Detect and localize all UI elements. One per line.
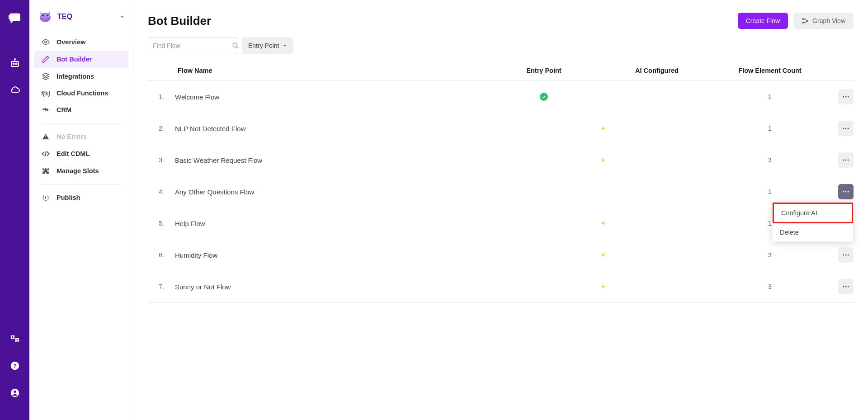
svg-text:?: ? [13,363,17,369]
row-more-button[interactable] [838,184,854,199]
svg-point-30 [848,128,849,129]
row-element-count: 3 [713,156,826,164]
flows-table: Flow Name Entry Point AI Configured Flow… [148,61,854,303]
toolbar: Entry Point [148,37,854,54]
row-actions-dropdown: Configure AI Delete [772,202,854,242]
row-ai-configured [600,283,713,291]
sidebar-item-label: Publish [57,194,80,201]
row-element-count: 3 [713,251,826,259]
svg-point-23 [807,20,808,22]
row-flow-name: Basic Weather Request Flow [175,156,487,164]
row-flow-name: Any Other Questions Flow [175,188,487,196]
svg-point-34 [843,191,844,193]
bolt-icon [600,283,713,291]
page-header: Bot Builder Create Flow Graph View [148,13,854,29]
sidebar-item-integrations[interactable]: Integrations [34,68,128,85]
svg-point-18 [42,14,44,16]
th-ai-configured: AI Configured [600,67,713,74]
row-ai-configured [600,251,713,259]
sidebar-item-cloud-functions[interactable]: f(x) Cloud Functions [34,85,128,101]
sidebar-item-label: Manage Slots [57,167,99,175]
svg-point-21 [802,19,804,20]
row-index: 6. [148,251,175,259]
sidebar-item-status[interactable]: No Errors [34,128,128,145]
translate-icon[interactable]: A 文 [6,330,24,348]
divider [41,184,121,184]
sidebar-item-label: Cloud Functions [57,90,108,97]
caret-down-icon [283,43,287,48]
svg-point-27 [848,96,849,98]
dropdown-configure-ai[interactable]: Configure AI [773,203,853,223]
table-row[interactable]: 4.Any Other Questions Flow1 [148,176,854,208]
row-entry-point [487,93,600,101]
page-title: Bot Builder [148,14,738,28]
svg-point-42 [848,255,849,256]
cloud-icon[interactable] [6,81,24,99]
svg-point-25 [843,96,844,98]
th-element-count: Flow Element Count [713,67,826,74]
table-row[interactable]: 1.Welcome Flow1 [148,81,854,113]
org-avatar-icon [38,9,53,24]
create-flow-button[interactable]: Create Flow [738,13,788,29]
graph-view-label: Graph View [812,17,845,24]
row-more-button[interactable] [838,89,854,104]
table-row[interactable]: 2.NLP Not Detected Flow1 [148,113,854,144]
row-ai-configured [600,124,713,132]
row-flow-name: Welcome Flow [175,93,487,101]
table-row[interactable]: 7.Sunny or Not Flow3 [148,271,854,302]
search-icon [232,42,239,49]
search-box[interactable] [148,37,238,54]
filter-entry-point-button[interactable]: Entry Point [242,37,293,54]
check-circle-icon [540,93,548,101]
help-icon[interactable]: ? [6,357,24,375]
divider [41,123,121,123]
svg-point-41 [845,255,847,256]
dropdown-delete[interactable]: Delete [773,223,853,241]
sidebar-item-manage-slots[interactable]: Manage Slots [34,162,128,179]
svg-point-14 [14,391,16,393]
row-more-button[interactable] [838,279,854,294]
sidebar-item-overview[interactable]: Overview [34,33,128,51]
graph-view-button[interactable]: Graph View [793,13,854,29]
table-row[interactable]: 3.Basic Weather Request Flow3 [148,144,854,176]
table-row[interactable]: 5.Help Flow1 [148,208,854,239]
puzzle-icon [41,167,50,175]
org-selector[interactable]: TEQ [34,5,128,33]
bolt-icon [600,251,713,259]
svg-text:文: 文 [15,339,19,342]
account-icon[interactable] [6,384,24,402]
svg-point-22 [802,22,804,24]
row-flow-name: Sunny or Not Flow [175,283,487,291]
sidebar-item-publish[interactable]: Publish [34,189,128,206]
svg-point-36 [848,191,849,193]
pencil-icon [41,55,50,63]
svg-point-6 [14,59,15,60]
row-element-count: 1 [713,188,826,195]
row-index: 2. [148,125,175,132]
row-more-button[interactable] [838,152,854,168]
row-index: 5. [148,220,175,227]
svg-rect-0 [10,14,19,21]
row-more-button[interactable] [838,247,854,263]
svg-point-24 [233,43,237,47]
row-index: 7. [148,283,175,290]
sidebar-item-crm[interactable]: CRM [34,101,128,118]
chat-icon[interactable] [6,9,24,27]
sidebar-item-edit-cdml[interactable]: Edit CDML [34,145,128,162]
row-index: 3. [148,156,175,164]
svg-point-32 [845,160,847,161]
sidebar-item-label: Edit CDML [57,150,90,157]
table-row[interactable]: 6.Humidity Flow3 [148,239,854,271]
svg-point-43 [843,286,844,288]
row-index: 4. [148,188,175,195]
svg-point-35 [845,191,847,193]
row-flow-name: Help Flow [175,220,487,227]
search-input[interactable] [153,42,232,49]
row-more-button[interactable] [838,121,854,136]
filter-label: Entry Point [248,42,279,49]
sidebar-item-label: Integrations [57,73,94,80]
bot-icon[interactable] [6,54,24,72]
row-flow-name: Humidity Flow [175,251,487,259]
sidebar-item-bot-builder[interactable]: Bot Builder [34,51,128,68]
broadcast-icon [41,193,50,202]
